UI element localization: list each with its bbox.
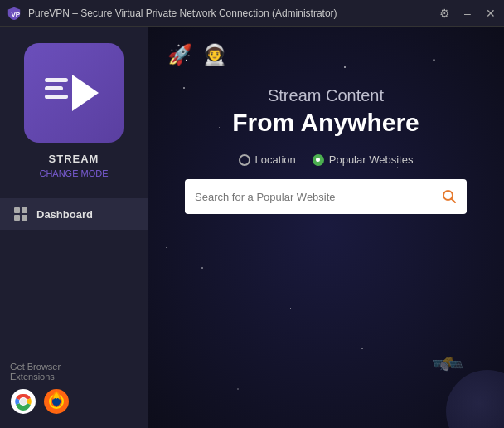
heading-subtitle: Stream Content bbox=[232, 86, 419, 105]
svg-text:VP: VP bbox=[11, 10, 20, 17]
svg-point-17 bbox=[20, 398, 27, 405]
content-area: 🚀 👨‍🚀 Stream Content From Anywhere Locat… bbox=[148, 27, 504, 428]
radio-location-circle bbox=[239, 154, 250, 166]
radio-location-label: Location bbox=[255, 153, 296, 166]
svg-line-23 bbox=[452, 199, 456, 203]
radio-options-row: Location Popular Websites bbox=[239, 153, 414, 166]
satellite-decoration: 🛰️ bbox=[429, 347, 466, 382]
browser-icons-row bbox=[10, 388, 70, 415]
radio-location[interactable]: Location bbox=[239, 153, 296, 166]
purevpn-logo-icon: VP bbox=[7, 6, 22, 21]
sidebar-item-dashboard[interactable]: Dashboard bbox=[0, 198, 148, 230]
stream-mode-icon bbox=[41, 60, 107, 126]
title-bar-left: VP PureVPN – Secure Virtual Private Netw… bbox=[7, 6, 337, 21]
stream-mode-label: STREAM bbox=[49, 153, 99, 165]
mode-icon-container bbox=[24, 43, 124, 143]
search-box bbox=[185, 179, 467, 214]
browser-ext-label: Get BrowserExtensions bbox=[10, 362, 70, 382]
svg-marker-4 bbox=[72, 75, 99, 111]
search-icon bbox=[442, 189, 457, 204]
radio-popular-websites-circle bbox=[313, 154, 324, 166]
svg-rect-7 bbox=[14, 215, 20, 221]
top-decorative-icons: 🚀 👨‍🚀 bbox=[167, 43, 227, 66]
title-bar-text: PureVPN – Secure Virtual Private Network… bbox=[28, 7, 337, 19]
dashboard-icon bbox=[13, 207, 28, 221]
browser-extensions-section: Get BrowserExtensions bbox=[10, 362, 70, 415]
chrome-browser-icon[interactable] bbox=[10, 388, 36, 415]
title-bar-controls: ⚙ – ✕ bbox=[438, 7, 497, 20]
rocket-icon: 🚀 bbox=[167, 43, 192, 66]
firefox-browser-icon[interactable] bbox=[43, 388, 70, 415]
heading-area: Stream Content From Anywhere bbox=[232, 86, 419, 137]
astronaut-icon: 👨‍🚀 bbox=[202, 43, 227, 66]
svg-rect-3 bbox=[45, 95, 68, 99]
svg-rect-8 bbox=[22, 215, 27, 221]
radio-popular-websites-label: Popular Websites bbox=[329, 153, 414, 166]
svg-rect-2 bbox=[45, 86, 63, 90]
search-input[interactable] bbox=[195, 191, 442, 203]
main-layout: STREAM CHANGE MODE Dashboard Get Browser… bbox=[0, 27, 504, 428]
firefox-svg bbox=[43, 388, 70, 415]
sidebar: STREAM CHANGE MODE Dashboard Get Browser… bbox=[0, 27, 148, 428]
planet-decoration bbox=[446, 370, 504, 428]
svg-rect-6 bbox=[22, 207, 27, 213]
svg-rect-5 bbox=[14, 207, 20, 213]
svg-rect-1 bbox=[45, 78, 68, 82]
search-button[interactable] bbox=[442, 189, 457, 204]
chrome-svg bbox=[10, 388, 36, 415]
heading-main: From Anywhere bbox=[232, 109, 419, 137]
sidebar-logo-area: STREAM CHANGE MODE bbox=[24, 43, 124, 178]
close-button[interactable]: ✕ bbox=[484, 7, 497, 20]
minimize-button[interactable]: – bbox=[461, 7, 474, 20]
change-mode-link[interactable]: CHANGE MODE bbox=[39, 168, 108, 178]
settings-icon[interactable]: ⚙ bbox=[438, 7, 451, 20]
title-bar: VP PureVPN – Secure Virtual Private Netw… bbox=[0, 0, 504, 27]
dashboard-label: Dashboard bbox=[36, 208, 93, 221]
radio-popular-websites[interactable]: Popular Websites bbox=[313, 153, 414, 166]
